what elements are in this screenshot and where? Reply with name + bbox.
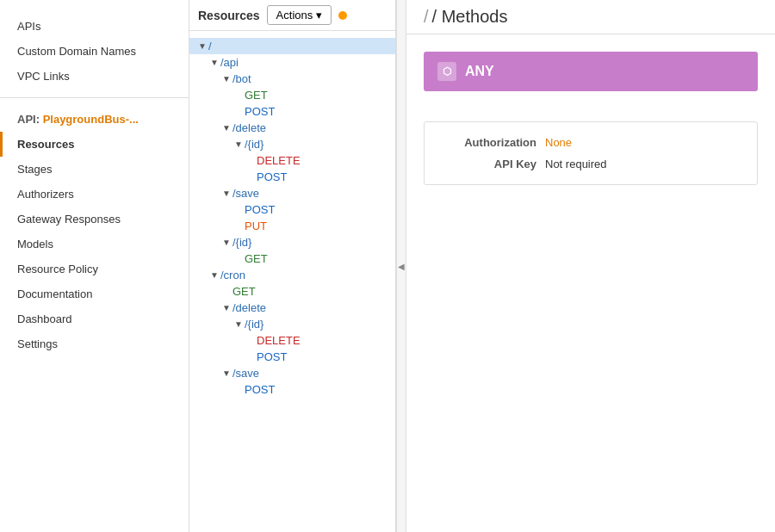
tree-method-save-post[interactable]: POST bbox=[189, 201, 395, 218]
breadcrumb-methods: / Methods bbox=[432, 7, 508, 27]
sidebar: APIs Custom Domain Names VPC Links API: … bbox=[0, 0, 189, 532]
resource-tree: ▼ / ▼ /api ▼ /bot GET POST ▼ /delete ▼ /… bbox=[189, 31, 395, 532]
slash-separator: / bbox=[424, 7, 429, 27]
sidebar-divider bbox=[0, 97, 189, 98]
actions-label: Actions bbox=[276, 9, 313, 22]
sidebar-item-resources[interactable]: Resources bbox=[0, 132, 189, 157]
method-label: GET bbox=[232, 285, 256, 298]
tree-label: /{id} bbox=[245, 318, 264, 331]
tree-method-save-put[interactable]: PUT bbox=[189, 218, 395, 234]
tree-label: /bot bbox=[232, 72, 251, 85]
tree-item-api[interactable]: ▼ /api bbox=[189, 54, 395, 71]
sidebar-api-label: API: PlaygroundBus-... bbox=[0, 107, 189, 132]
method-label: POST bbox=[245, 203, 275, 216]
method-label: POST bbox=[245, 105, 275, 118]
tree-item-api-id[interactable]: ▼ /{id} bbox=[189, 234, 395, 251]
sidebar-item-stages[interactable]: Stages bbox=[0, 157, 189, 182]
any-label: ANY bbox=[465, 64, 494, 79]
expand-icon: ▼ bbox=[220, 74, 232, 84]
apikey-value: Not required bbox=[545, 158, 607, 170]
tree-item-root[interactable]: ▼ / bbox=[189, 38, 395, 54]
api-prefix-text: API: bbox=[17, 113, 40, 126]
tree-item-delete[interactable]: ▼ /delete bbox=[189, 120, 395, 136]
apikey-label: API Key bbox=[442, 158, 536, 170]
sidebar-item-vpc-links[interactable]: VPC Links bbox=[0, 64, 189, 89]
tree-item-cron-save[interactable]: ▼ /save bbox=[189, 365, 395, 381]
expand-icon: ▼ bbox=[232, 319, 245, 329]
method-label: POST bbox=[257, 170, 287, 183]
actions-button[interactable]: Actions ▾ bbox=[267, 5, 332, 25]
status-dot bbox=[338, 11, 347, 20]
tree-item-cron-delete[interactable]: ▼ /delete bbox=[189, 300, 395, 316]
tree-method-api-id-get[interactable]: GET bbox=[189, 251, 395, 267]
method-label: DELETE bbox=[257, 334, 301, 347]
right-panel: / / Methods ⬡ ANY Authorization None API… bbox=[406, 0, 775, 532]
any-icon: ⬡ bbox=[437, 62, 456, 81]
method-label: DELETE bbox=[257, 154, 301, 167]
method-label: POST bbox=[245, 383, 275, 396]
expand-icon: ▼ bbox=[220, 238, 232, 247]
tree-method-delete-id-post[interactable]: POST bbox=[189, 169, 395, 185]
method-label: PUT bbox=[245, 220, 267, 232]
tree-method-cron-delete-id-delete[interactable]: DELETE bbox=[189, 332, 395, 349]
tree-method-delete-id-delete[interactable]: DELETE bbox=[189, 152, 395, 169]
tree-label: /{id} bbox=[245, 138, 264, 151]
apikey-row: API Key Not required bbox=[442, 158, 740, 170]
expand-icon: ▼ bbox=[220, 189, 232, 198]
tree-item-bot[interactable]: ▼ /bot bbox=[189, 71, 395, 87]
tree-method-cron-delete-id-post[interactable]: POST bbox=[189, 349, 395, 365]
tree-label: /{id} bbox=[232, 236, 251, 249]
sidebar-item-documentation[interactable]: Documentation bbox=[0, 281, 189, 306]
expand-icon: ▼ bbox=[232, 139, 245, 149]
api-name: PlaygroundBus-... bbox=[43, 113, 139, 126]
tree-method-bot-get[interactable]: GET bbox=[189, 87, 395, 103]
expand-icon: ▼ bbox=[208, 270, 220, 280]
tree-label: /api bbox=[220, 56, 239, 69]
right-header: / / Methods bbox=[406, 0, 775, 34]
sidebar-item-apis[interactable]: APIs bbox=[0, 14, 189, 39]
tree-item-cron-delete-id[interactable]: ▼ /{id} bbox=[189, 316, 395, 332]
auth-label: Authorization bbox=[442, 136, 536, 149]
any-banner[interactable]: ⬡ ANY bbox=[424, 52, 758, 91]
tree-method-bot-post[interactable]: POST bbox=[189, 103, 395, 120]
sidebar-item-dashboard[interactable]: Dashboard bbox=[0, 306, 189, 331]
tree-method-cron-save-post[interactable]: POST bbox=[189, 381, 395, 398]
tree-label: /cron bbox=[220, 269, 245, 281]
middle-header: Resources Actions ▾ bbox=[189, 0, 395, 31]
tree-label: / bbox=[208, 40, 212, 53]
actions-chevron-icon: ▾ bbox=[316, 9, 322, 22]
collapse-icon: ◀ bbox=[398, 262, 405, 271]
sidebar-item-resource-policy[interactable]: Resource Policy bbox=[0, 257, 189, 281]
expand-icon: ▼ bbox=[196, 41, 208, 51]
expand-icon: ▼ bbox=[220, 368, 232, 378]
tree-item-save[interactable]: ▼ /save bbox=[189, 185, 395, 201]
tree-label: /save bbox=[232, 367, 259, 380]
auth-value[interactable]: None bbox=[545, 136, 572, 149]
tree-label: /delete bbox=[232, 301, 266, 314]
method-label: POST bbox=[257, 350, 287, 363]
sidebar-item-models[interactable]: Models bbox=[0, 232, 189, 257]
sidebar-item-authorizers[interactable]: Authorizers bbox=[0, 182, 189, 207]
expand-icon: ▼ bbox=[220, 123, 232, 133]
resources-title: Resources bbox=[198, 9, 260, 22]
sidebar-item-settings[interactable]: Settings bbox=[0, 331, 189, 356]
middle-panel: Resources Actions ▾ ▼ / ▼ /api ▼ /bot GE… bbox=[189, 0, 396, 532]
tree-item-cron[interactable]: ▼ /cron bbox=[189, 267, 395, 283]
tree-method-cron-get[interactable]: GET bbox=[189, 283, 395, 300]
expand-icon: ▼ bbox=[220, 303, 232, 312]
sidebar-item-gateway-responses[interactable]: Gateway Responses bbox=[0, 207, 189, 232]
sidebar-item-custom-domain[interactable]: Custom Domain Names bbox=[0, 39, 189, 64]
detail-box: Authorization None API Key Not required bbox=[424, 121, 758, 185]
tree-label: /save bbox=[232, 187, 259, 200]
method-label: GET bbox=[245, 89, 268, 102]
tree-label: /delete bbox=[232, 121, 266, 134]
tree-item-delete-id[interactable]: ▼ /{id} bbox=[189, 136, 395, 152]
collapse-toggle[interactable]: ◀ bbox=[396, 0, 406, 532]
auth-row: Authorization None bbox=[442, 136, 740, 149]
expand-icon: ▼ bbox=[208, 58, 220, 67]
method-label: GET bbox=[245, 252, 268, 265]
